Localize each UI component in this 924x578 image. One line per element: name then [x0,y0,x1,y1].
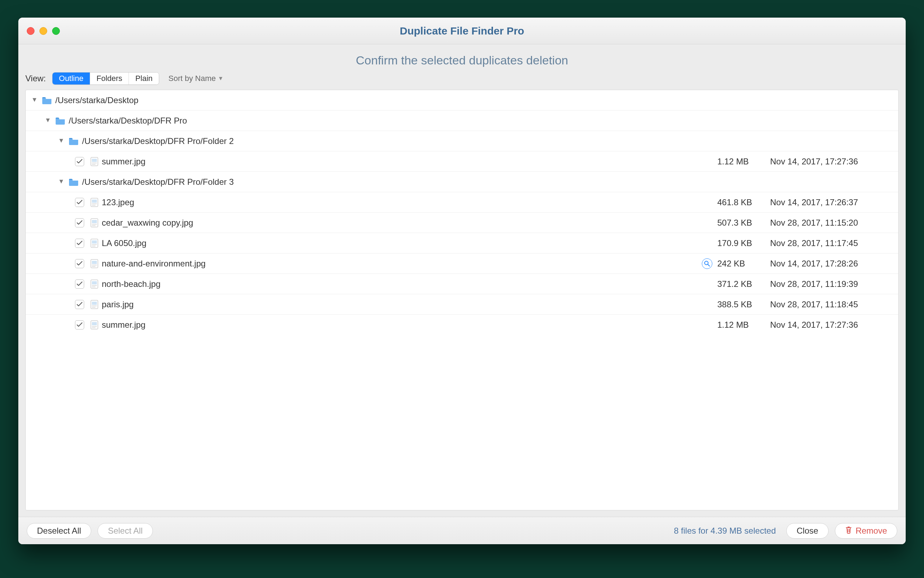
image-file-icon [91,239,98,248]
file-checkbox[interactable] [75,279,84,289]
tree-file-row[interactable]: summer.jpg 1.12 MB Nov 14, 2017, 17:27:3… [26,151,898,172]
chevron-down-icon: ▼ [218,75,224,82]
file-tree[interactable]: ▼ /Users/starka/Desktop ▼ /Users/starka/… [25,90,899,510]
titlebar: Duplicate File Finder Pro [18,18,906,44]
svg-rect-6 [92,203,97,204]
file-checkbox[interactable] [75,259,84,268]
disclosure-triangle-icon[interactable]: ▼ [31,96,38,104]
file-size: 388.5 KB [717,300,770,309]
image-file-icon [91,259,98,268]
tree-folder-row[interactable]: ▼ /Users/starka/Desktop/DFR Pro/Folder 3 [26,172,898,192]
svg-rect-2 [92,162,97,163]
image-file-icon [91,279,98,289]
svg-rect-5 [92,200,97,203]
file-name: cedar_waxwing copy.jpg [98,218,717,228]
svg-rect-32 [92,327,96,328]
sort-dropdown[interactable]: Sort by Name ▼ [166,73,226,84]
file-date: Nov 28, 2017, 11:19:39 [770,279,890,289]
svg-rect-9 [92,220,97,223]
footer: Deselect All Select All 8 files for 4.39… [18,517,906,544]
zoom-window-icon[interactable] [52,27,60,35]
svg-rect-11 [92,225,96,226]
minimize-window-icon[interactable] [39,27,47,35]
file-date: Nov 14, 2017, 17:27:36 [770,320,890,330]
file-name: summer.jpg [98,157,717,167]
file-checkbox[interactable] [75,320,84,330]
image-file-icon [91,320,98,330]
app-window: Duplicate File Finder Pro Confirm the se… [18,18,906,544]
close-window-icon[interactable] [27,27,34,35]
tree-file-row[interactable]: north-beach.jpg371.2 KBNov 28, 2017, 11:… [26,274,898,294]
close-button[interactable]: Close [786,523,828,539]
file-size: 1.12 MB [717,320,770,330]
svg-rect-31 [92,326,97,327]
quicklook-icon[interactable] [702,258,712,269]
folder-icon [69,137,78,145]
disclosure-triangle-icon[interactable]: ▼ [44,117,52,124]
selection-status: 8 files for 4.39 MB selected [674,526,780,536]
tree-file-row[interactable]: cedar_waxwing copy.jpg507.3 KBNov 28, 20… [26,213,898,233]
folder-icon [55,117,65,125]
select-all-button[interactable]: Select All [97,523,153,539]
tree-folder-row[interactable]: ▼ /Users/starka/Desktop/DFR Pro [26,110,898,131]
tree-file-row[interactable]: paris.jpg388.5 KBNov 28, 2017, 11:18:45 [26,294,898,315]
svg-rect-3 [92,164,96,165]
tree-file-row[interactable]: nature-and-environment.jpg242 KBNov 14, … [26,253,898,274]
tree-folder-row[interactable]: ▼ /Users/starka/Desktop [26,90,898,110]
image-file-icon [91,218,98,227]
seg-plain[interactable]: Plain [129,73,159,84]
subheader: Confirm the selected duplicates deletion [18,44,906,67]
tree-file-row[interactable]: LA 6050.jpg170.9 KBNov 28, 2017, 11:17:4… [26,233,898,253]
folder-path: /Users/starka/Desktop/DFR Pro/Folder 2 [78,136,890,146]
seg-folders[interactable]: Folders [90,73,129,84]
file-size: 461.8 KB [717,198,770,207]
image-file-icon [91,157,98,166]
seg-outline[interactable]: Outline [52,73,90,84]
image-file-icon [91,300,98,309]
page-subtitle: Confirm the selected duplicates deletion [18,54,906,67]
svg-rect-27 [92,305,97,306]
file-checkbox[interactable] [75,239,84,248]
remove-button[interactable]: Remove [835,523,897,539]
tree-file-row[interactable]: 123.jpeg461.8 KBNov 14, 2017, 17:26:37 [26,192,898,213]
svg-rect-14 [92,244,97,245]
svg-rect-26 [92,302,97,305]
window-title: Duplicate File Finder Pro [18,25,906,37]
folder-icon [42,96,52,104]
svg-rect-17 [92,261,97,264]
file-size: 1.12 MB [717,157,770,167]
file-date: Nov 28, 2017, 11:18:45 [770,300,890,309]
file-name: summer.jpg [98,320,717,330]
remove-label: Remove [856,526,887,536]
svg-rect-30 [92,322,97,325]
svg-rect-7 [92,205,96,206]
file-checkbox[interactable] [75,218,84,227]
file-name: LA 6050.jpg [98,238,717,248]
svg-rect-10 [92,224,97,224]
tree-file-row[interactable]: summer.jpg1.12 MBNov 14, 2017, 17:27:36 [26,315,898,335]
file-name: nature-and-environment.jpg [98,259,702,269]
disclosure-triangle-icon[interactable]: ▼ [57,178,65,185]
file-name: north-beach.jpg [98,279,717,289]
file-size: 507.3 KB [717,218,770,228]
trash-icon [845,526,852,536]
tree-folder-row[interactable]: ▼ /Users/starka/Desktop/DFR Pro/Folder 2 [26,131,898,151]
file-date: Nov 28, 2017, 11:17:45 [770,238,890,248]
file-checkbox[interactable] [75,198,84,207]
disclosure-triangle-icon[interactable]: ▼ [57,137,65,144]
file-date: Nov 14, 2017, 17:26:37 [770,198,890,207]
file-checkbox[interactable] [75,157,84,166]
toolbar: View: Outline Folders Plain Sort by Name… [18,67,906,90]
file-size: 371.2 KB [717,279,770,289]
deselect-all-button[interactable]: Deselect All [27,523,91,539]
file-checkbox[interactable] [75,300,84,309]
svg-rect-23 [92,285,97,286]
file-date: Nov 14, 2017, 17:27:36 [770,157,890,167]
window-controls [27,27,60,35]
file-name: paris.jpg [98,300,717,309]
svg-rect-15 [92,246,96,247]
file-date: Nov 28, 2017, 11:15:20 [770,218,890,228]
file-name: 123.jpeg [98,198,717,207]
image-file-icon [91,198,98,207]
folder-icon [69,178,78,186]
